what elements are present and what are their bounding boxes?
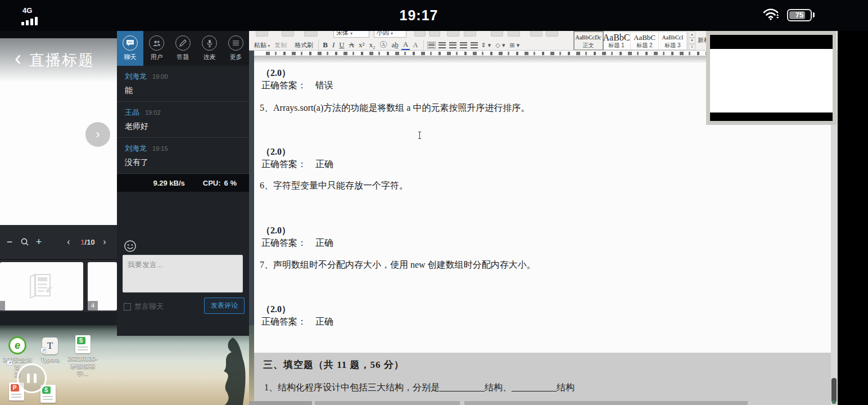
slide-thumbnail[interactable] xyxy=(0,262,83,310)
bold-button[interactable]: B xyxy=(321,40,329,50)
shrink-font-icon[interactable] xyxy=(429,31,440,37)
chat-message: 刘海龙19:15 没有了 xyxy=(117,138,249,174)
tab-chat[interactable]: 聊天 xyxy=(117,31,143,66)
font-size-dropdown[interactable]: 小四▾ xyxy=(374,31,406,38)
message-username: 王晶 xyxy=(125,108,139,116)
text-cursor xyxy=(419,132,420,139)
font-color-icon[interactable]: A xyxy=(401,40,410,51)
emoji-icon[interactable] xyxy=(124,240,137,255)
italic-button[interactable]: I xyxy=(331,40,336,50)
chat-bubble-icon xyxy=(123,35,138,51)
expand-panel-button[interactable]: › xyxy=(85,122,110,147)
answer-value: 正确 xyxy=(315,159,333,169)
paste-button[interactable]: 粘贴 ▾ xyxy=(252,40,272,50)
borders-icon[interactable]: ⊞ ▾ xyxy=(508,41,521,50)
send-comment-button[interactable]: 发表评论 xyxy=(204,298,245,314)
format-icon[interactable] xyxy=(304,31,318,37)
style-normal[interactable]: AaBbCcDc 正文 xyxy=(575,32,603,50)
format-painter-button[interactable]: 格式刷 xyxy=(293,40,315,50)
mute-chat-option[interactable]: 禁言聊天 xyxy=(124,302,164,312)
taskbar-fragment xyxy=(464,401,748,405)
pause-button[interactable] xyxy=(17,363,47,393)
slide-thumbnail[interactable]: 4 xyxy=(88,262,117,310)
mute-checkbox[interactable] xyxy=(124,303,131,310)
answer-value: 正确 xyxy=(315,317,333,326)
clear-format-icon[interactable] xyxy=(447,31,459,37)
question-text: 5、Arrays.sort(a)方法的功能是将数组 a 中的元素按照升序进行排序… xyxy=(260,102,530,114)
align-justify-icon[interactable] xyxy=(460,42,467,48)
cut-icon[interactable] xyxy=(256,31,268,37)
align-left-icon[interactable] xyxy=(428,42,435,48)
chat-panel: 聊天 用户 答题 连麦 xyxy=(117,31,249,336)
tab-answer[interactable]: 答题 xyxy=(170,31,196,66)
subscript-button[interactable]: x₂ xyxy=(367,40,377,50)
answer-value: 错误 xyxy=(315,80,333,90)
window-edge xyxy=(249,51,254,325)
list-icon xyxy=(228,35,243,51)
tab-mic[interactable]: 连麦 xyxy=(196,31,223,66)
prev-page-button[interactable]: ‹ xyxy=(63,225,74,259)
tab-more[interactable]: 更多 xyxy=(223,31,249,66)
align-center-icon[interactable] xyxy=(438,42,446,48)
message-username: 刘海龙 xyxy=(125,144,147,152)
zoom-out-button[interactable]: − xyxy=(3,225,16,259)
back-icon[interactable]: ‹ xyxy=(15,50,21,67)
underline-button[interactable]: U xyxy=(337,40,346,50)
indent-increase-icon[interactable] xyxy=(546,31,558,37)
cpu-usage: CPU:6 % xyxy=(200,179,237,187)
character-shading-icon[interactable]: A xyxy=(411,40,419,50)
scrollbar-marker xyxy=(832,400,836,404)
camera-letterbox-top xyxy=(710,35,833,49)
camera-preview-window[interactable] xyxy=(706,31,837,125)
camera-frame xyxy=(710,35,833,121)
question-text: 7、声明数组时不分配内存大小，使用 new 创建数组时分配内存大小。 xyxy=(260,259,536,271)
answer-line: 正确答案：正确 xyxy=(261,159,333,170)
battery-percent: 75 xyxy=(788,11,811,19)
clipboard-icon[interactable] xyxy=(282,31,294,37)
style-heading-3[interactable]: AaBbCcI 标题 3 xyxy=(659,32,687,50)
message-username: 刘海龙 xyxy=(125,72,147,80)
question-text: 6、字符型变量中只能存放一个字符。 xyxy=(260,180,408,192)
bullets-icon[interactable] xyxy=(491,31,503,37)
align-right-icon[interactable] xyxy=(449,42,456,48)
wifi-icon xyxy=(762,7,779,23)
style-heading-2[interactable]: AaBbC 标题 2 xyxy=(631,32,659,50)
desktop-icon-typora[interactable]: T ↗ Typora xyxy=(34,338,66,363)
chat-message: 王晶19:02 老师好 xyxy=(117,102,249,138)
scrollbar-thumb[interactable] xyxy=(831,378,837,403)
align-distribute-icon[interactable] xyxy=(471,42,478,48)
font-name-dropdown[interactable]: 宋体▾ xyxy=(333,31,369,38)
thumbnail-page-badge: 4 xyxy=(88,301,98,310)
numbering-icon[interactable] xyxy=(508,31,520,37)
highlight-color-icon[interactable]: ab̲ xyxy=(390,40,400,50)
slide-pager-toolbar: − + ‹ 1/10 › xyxy=(0,225,117,259)
shading-icon[interactable]: ◇ ▾ xyxy=(494,41,507,50)
message-time: 19:15 xyxy=(152,145,168,152)
message-time: 19:00 xyxy=(152,73,168,80)
line-spacing-icon[interactable]: ⇕ ▾ xyxy=(480,41,493,50)
next-page-button[interactable]: › xyxy=(99,225,110,259)
strikethrough-button[interactable]: A xyxy=(347,40,356,50)
search-icon[interactable] xyxy=(18,225,31,259)
chat-input[interactable] xyxy=(123,255,243,292)
indent-decrease-icon[interactable] xyxy=(530,31,542,37)
battery-nub xyxy=(813,12,815,17)
question-score: （2.0） xyxy=(261,225,291,237)
style-heading-1[interactable]: AaBbC 标题 1 xyxy=(603,32,631,50)
change-case-icon[interactable] xyxy=(464,31,476,37)
zoom-in-button[interactable]: + xyxy=(33,225,45,259)
battery-icon: 75 xyxy=(787,9,812,21)
status-time: 19:17 xyxy=(0,7,838,24)
users-icon xyxy=(149,35,164,51)
superscript-button[interactable]: x² xyxy=(357,40,366,50)
grow-font-icon[interactable] xyxy=(414,31,426,37)
answer-line: 正确答案：正确 xyxy=(261,237,333,249)
copy-button[interactable]: 复制 xyxy=(273,40,288,50)
gallery-scroll-buttons[interactable]: ▲▼≡ xyxy=(689,32,695,50)
video-top-strip xyxy=(0,31,117,38)
tab-users[interactable]: 用户 xyxy=(143,31,170,66)
question-score: （2.0） xyxy=(261,304,291,316)
desktop-icon-wps-sheet[interactable]: S 20210130-寒假假期学... xyxy=(66,335,99,377)
question-score: （2.0） xyxy=(261,68,291,79)
character-border-icon[interactable]: Ⓐ xyxy=(378,40,389,50)
